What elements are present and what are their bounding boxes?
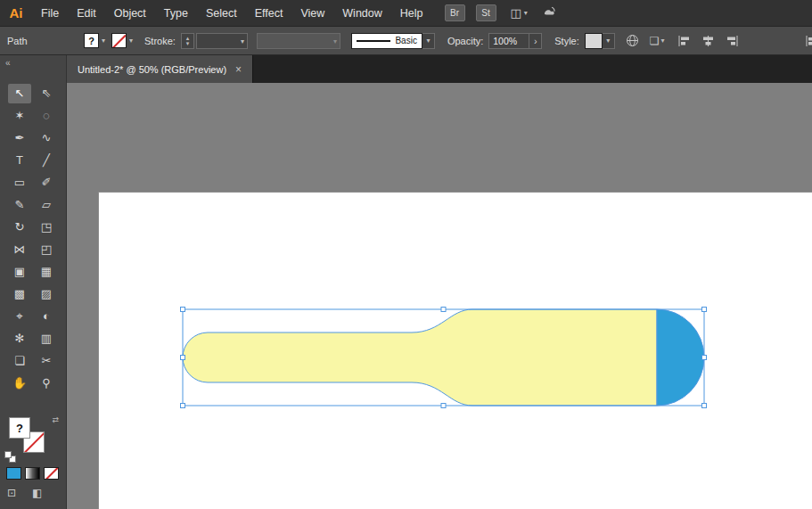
paintbrush-tool[interactable]: ✐ <box>35 173 58 193</box>
swap-fill-stroke-icon[interactable]: ⇄ <box>52 415 59 424</box>
fill-swatch[interactable]: ? <box>9 417 30 439</box>
symbol-sprayer-tool[interactable]: ✻ <box>8 329 31 349</box>
free-transform-tool[interactable]: ◰ <box>35 240 58 259</box>
menu-edit[interactable]: Edit <box>68 0 105 26</box>
illustrator-window: Ai File Edit Object Type Select Effect V… <box>0 0 812 509</box>
document-info-button[interactable] <box>626 34 639 47</box>
column-graph-tool[interactable]: ▥ <box>35 329 58 349</box>
style-label: Style: <box>554 36 579 46</box>
menu-help[interactable]: Help <box>391 0 432 26</box>
zoom-tool[interactable]: ⚲ <box>35 374 58 393</box>
draw-mode-button[interactable]: ⊡ <box>7 487 16 499</box>
fill-dropdown-icon[interactable]: ▾ <box>102 37 105 45</box>
menu-object[interactable]: Object <box>105 0 155 26</box>
menu-file[interactable]: File <box>32 0 68 26</box>
bridge-button[interactable]: Br <box>445 4 465 21</box>
color-button[interactable] <box>6 467 21 480</box>
rectangle-tool[interactable]: ▭ <box>8 173 31 193</box>
align-center-button[interactable] <box>701 35 715 47</box>
selection-handle[interactable] <box>702 404 707 408</box>
control-bar: Path ? ▾ ▾ Stroke: ▴ ▾ ▾ ▾ Basic ▾ Opaci… <box>0 27 812 55</box>
eyedropper-tool[interactable]: ⌖ <box>8 307 31 326</box>
stroke-dropdown-icon[interactable]: ▾ <box>129 37 133 45</box>
screen-mode-button[interactable]: ◧ <box>32 487 42 499</box>
style-swatch[interactable] <box>585 33 603 49</box>
curvature-tool[interactable]: ∿ <box>35 128 58 148</box>
menu-type[interactable]: Type <box>155 0 197 26</box>
width-tool[interactable]: ⋈ <box>8 240 31 259</box>
stroke-weight-stepper[interactable]: ▴ ▾ <box>181 33 194 49</box>
opacity-input[interactable] <box>488 33 529 49</box>
sync-icon[interactable] <box>542 4 557 22</box>
selection-handle[interactable] <box>181 356 185 360</box>
menu-select[interactable]: Select <box>197 0 246 26</box>
slice-tool[interactable]: ✂ <box>35 351 58 371</box>
selection-handle[interactable] <box>702 356 707 360</box>
direct-selection-tool[interactable]: ⇖ <box>35 84 58 103</box>
align-left-button[interactable] <box>677 35 691 47</box>
paint-mode-buttons <box>6 467 59 480</box>
shape-cap[interactable] <box>657 309 704 406</box>
menu-effect[interactable]: Effect <box>246 0 292 26</box>
stepper-down-icon[interactable]: ▾ <box>186 41 190 46</box>
shape-builder-tool[interactable]: ▣ <box>8 262 31 282</box>
app-logo: Ai <box>0 5 32 21</box>
type-tool[interactable]: T <box>8 151 31 170</box>
document-setup-button[interactable]: ❏ ▾ <box>650 35 665 47</box>
gradient-button[interactable] <box>25 467 40 480</box>
mesh-tool[interactable]: ▩ <box>8 284 31 304</box>
eraser-tool[interactable]: ▱ <box>35 195 58 215</box>
distribute-button[interactable] <box>805 35 812 47</box>
chevron-down-icon: ▾ <box>426 37 430 45</box>
selection-handle[interactable] <box>441 404 446 408</box>
default-fill-stroke-icon[interactable] <box>4 451 17 464</box>
artboard-tool[interactable]: ❏ <box>8 351 31 371</box>
artwork-layer <box>67 83 812 509</box>
stroke-weight-select[interactable]: ▾ <box>196 33 248 49</box>
rotate-tool[interactable]: ↻ <box>8 218 31 237</box>
pen-tool[interactable]: ✒ <box>8 128 31 148</box>
selection-handle[interactable] <box>702 308 707 312</box>
document-tab-title: Untitled-2* @ 50% (RGB/Preview) <box>78 64 226 75</box>
mini-fill-box <box>4 451 12 458</box>
collapse-panel-button[interactable]: « <box>5 58 11 68</box>
scale-tool[interactable]: ◳ <box>35 218 58 237</box>
menu-view[interactable]: View <box>291 0 333 26</box>
document-tab[interactable]: Untitled-2* @ 50% (RGB/Preview) × <box>67 55 253 83</box>
stock-button[interactable]: St <box>476 4 496 21</box>
menu-window[interactable]: Window <box>333 0 390 26</box>
workspace-icon: ◫ <box>511 6 521 20</box>
document-tab-strip: Untitled-2* @ 50% (RGB/Preview) × <box>67 55 812 83</box>
selection-handle[interactable] <box>181 404 185 408</box>
line-segment-tool[interactable]: ╱ <box>35 151 58 170</box>
close-icon[interactable]: × <box>235 63 242 76</box>
perspective-grid-tool[interactable]: ▦ <box>35 262 58 282</box>
workspace-switcher[interactable]: ◫ ▾ <box>511 6 528 20</box>
blend-tool[interactable]: ◐ <box>35 307 58 326</box>
opacity-label: Opacity: <box>447 36 483 46</box>
hand-tool[interactable]: ✋ <box>8 374 31 393</box>
lasso-tool[interactable]: ◌ <box>35 106 58 126</box>
brush-stroke-preview <box>357 40 391 42</box>
style-dropdown-button[interactable]: ▾ <box>603 33 615 49</box>
brush-dropdown-button[interactable]: ▾ <box>422 33 435 49</box>
brush-definition-select[interactable]: Basic ▾ <box>351 33 435 49</box>
panel-bottom-buttons: ⊡ ◧ <box>7 487 42 499</box>
stroke-weight-label: Stroke: <box>144 36 176 46</box>
selection-handle[interactable] <box>181 308 185 312</box>
selection-tool[interactable]: ↖ <box>8 84 31 103</box>
tool-grid: ↖ ⇖ ✶ ◌ ✒ ∿ T ╱ ▭ ✐ ✎ ▱ ↻ ◳ ⋈ ◰ ▣ ▦ ▩ ▨ … <box>6 82 60 394</box>
fill-color-swatch[interactable]: ? <box>84 33 99 48</box>
magic-wand-tool[interactable]: ✶ <box>8 106 31 126</box>
canvas[interactable] <box>67 83 812 509</box>
opacity-dropdown-button[interactable]: › <box>529 33 542 49</box>
none-button[interactable] <box>44 467 59 480</box>
selection-handle[interactable] <box>441 308 446 312</box>
document-icon: ❏ <box>650 35 660 47</box>
align-right-button[interactable] <box>726 35 739 47</box>
brush-preview: Basic <box>351 33 422 49</box>
shape-body[interactable] <box>183 309 657 406</box>
shaper-tool[interactable]: ✎ <box>8 195 31 215</box>
gradient-tool[interactable]: ▨ <box>35 284 58 304</box>
stroke-color-swatch[interactable] <box>111 33 127 48</box>
